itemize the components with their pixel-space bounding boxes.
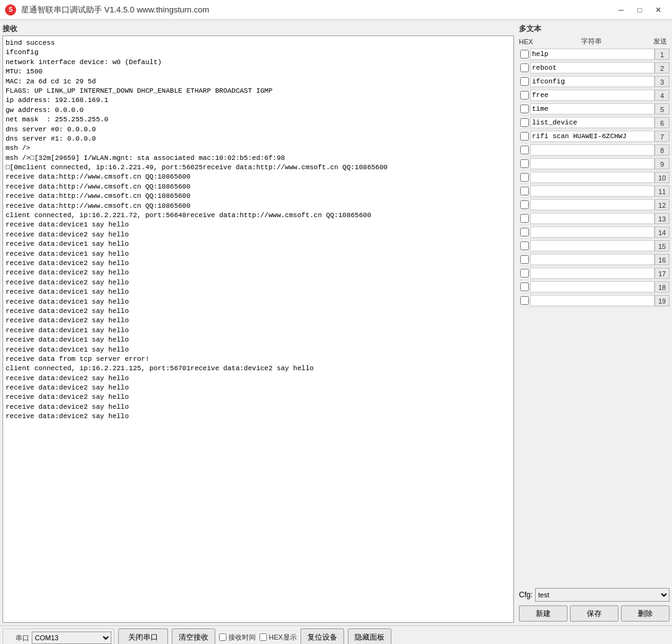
mt-row-send-btn-15[interactable]: 15 [655, 240, 670, 251]
mt-row-check-13[interactable] [520, 214, 529, 223]
recv-time-check-label: 接收时间 [219, 633, 256, 642]
mt-row-send-btn-10[interactable]: 10 [655, 172, 670, 183]
mt-row-input-11[interactable] [530, 185, 655, 197]
mt-row-check-19[interactable] [520, 296, 529, 305]
port-section: 串口 COM13 波特率 115200 9600 19200 38400 576… [2, 628, 114, 644]
minimize-button[interactable]: ─ [612, 4, 630, 16]
mt-row-check-17[interactable] [520, 269, 529, 278]
mt-row-input-4[interactable] [530, 90, 655, 101]
mt-row-send-btn-8[interactable]: 8 [655, 144, 670, 156]
mt-row-send-btn-3[interactable]: 3 [655, 76, 670, 87]
mt-row-send-btn-5[interactable]: 5 [655, 103, 670, 114]
mt-row-check-16[interactable] [520, 255, 529, 264]
mt-row-send-btn-9[interactable]: 9 [655, 158, 670, 169]
hide-panel-button[interactable]: 隐藏面板 [348, 628, 391, 644]
multitext-row-1: 1 [519, 47, 670, 61]
mt-row-check-4[interactable] [520, 91, 529, 100]
multitext-row-11: 11 [519, 184, 670, 198]
multitext-row-2: 2 [519, 61, 670, 75]
multitext-row-12: 12 [519, 198, 670, 212]
multitext-row-17: 17 [519, 266, 670, 280]
mt-row-input-6[interactable] [530, 117, 655, 128]
mt-row-input-12[interactable] [530, 199, 655, 210]
mt-row-input-10[interactable] [530, 172, 655, 183]
mt-row-check-8[interactable] [520, 146, 529, 154]
mt-row-check-15[interactable] [520, 241, 529, 250]
hex-display-checkbox[interactable] [259, 633, 267, 641]
multitext-row-18: 18 [519, 280, 670, 294]
mt-row-send-btn-13[interactable]: 13 [655, 213, 670, 224]
mt-row-input-18[interactable] [530, 281, 655, 292]
mt-row-input-8[interactable] [530, 144, 655, 156]
mt-row-check-3[interactable] [520, 77, 529, 86]
mt-row-send-btn-2[interactable]: 2 [655, 62, 670, 73]
mt-row-input-3[interactable] [530, 76, 655, 87]
mt-row-check-1[interactable] [520, 50, 529, 58]
mt-row-send-btn-16[interactable]: 16 [655, 254, 670, 265]
mt-row-send-btn-17[interactable]: 17 [655, 268, 670, 279]
reset-device-button[interactable]: 复位设备 [301, 628, 344, 644]
maximize-button[interactable]: □ [631, 4, 648, 16]
multitext-label: 多文本 [519, 22, 670, 35]
clear-recv-button[interactable]: 清空接收 [172, 628, 215, 644]
mt-row-input-7[interactable] [530, 131, 655, 142]
mt-row-input-17[interactable] [530, 268, 655, 279]
app-icon: S [5, 4, 16, 16]
mt-row-send-btn-4[interactable]: 4 [655, 90, 670, 101]
multitext-row-4: 4 [519, 88, 670, 102]
multitext-row-10: 10 [519, 170, 670, 184]
cfg-buttons: 新建 保存 删除 [519, 604, 670, 623]
close-button[interactable]: ✕ [650, 4, 667, 16]
delete-cfg-button[interactable]: 删除 [621, 605, 670, 622]
multitext-row-15: 15 [519, 239, 670, 253]
mt-row-check-2[interactable] [520, 63, 529, 72]
mt-row-input-14[interactable] [530, 226, 655, 238]
mt-row-send-btn-12[interactable]: 12 [655, 199, 670, 210]
mt-row-input-1[interactable] [530, 49, 655, 60]
bottom-right: 关闭串口 清空接收 接收时间 HEX显示 复位设备 隐藏面板 保存接收 [118, 628, 670, 644]
mt-row-check-10[interactable] [520, 173, 529, 182]
mt-row-check-9[interactable] [520, 159, 529, 168]
mt-row-input-16[interactable] [530, 254, 655, 265]
mt-row-send-btn-18[interactable]: 18 [655, 281, 670, 292]
port-label: 串口 [6, 633, 29, 643]
mt-row-input-15[interactable] [530, 240, 655, 251]
mt-row-check-7[interactable] [520, 132, 529, 141]
multitext-row-6: 6 [519, 116, 670, 129]
save-cfg-button[interactable]: 保存 [570, 605, 618, 622]
mt-row-check-12[interactable] [520, 200, 529, 209]
multitext-header: HEX 字符串 发送 [519, 35, 670, 47]
left-panel: 接收 bind success ifconfig network interfa… [0, 20, 516, 625]
app-title: 星通智联串口调试助手 V1.4.5.0 www.thingsturn.com [21, 4, 209, 16]
mt-row-input-5[interactable] [530, 103, 655, 114]
mt-row-check-6[interactable] [520, 118, 529, 127]
receive-area[interactable]: bind success ifconfig network interface … [2, 35, 514, 623]
mt-row-input-19[interactable] [530, 295, 655, 306]
mt-row-input-9[interactable] [530, 158, 655, 169]
recv-time-checkbox[interactable] [219, 633, 226, 641]
mt-row-check-5[interactable] [520, 105, 529, 113]
mt-row-input-13[interactable] [530, 213, 655, 224]
mt-row-send-btn-11[interactable]: 11 [655, 185, 670, 197]
mt-row-send-btn-1[interactable]: 1 [655, 49, 670, 60]
recv-time-label: 接收时间 [228, 633, 256, 642]
bottom-controls: 串口 COM13 波特率 115200 9600 19200 38400 576… [0, 625, 672, 644]
mt-row-input-2[interactable] [530, 62, 655, 73]
str-col-header: 字符串 [533, 37, 650, 46]
mt-row-send-btn-7[interactable]: 7 [655, 131, 670, 142]
bottom-wrapper: 串口 COM13 波特率 115200 9600 19200 38400 576… [2, 628, 670, 644]
mt-row-check-18[interactable] [520, 282, 529, 291]
new-cfg-button[interactable]: 新建 [519, 605, 567, 622]
hex-display-check-label: HEX显示 [259, 633, 297, 642]
mt-row-check-14[interactable] [520, 228, 529, 236]
mt-row-send-btn-6[interactable]: 6 [655, 117, 670, 128]
multitext-row-7: 7 [519, 129, 670, 143]
port-select[interactable]: COM13 [32, 632, 111, 644]
mt-row-send-btn-14[interactable]: 14 [655, 226, 670, 238]
cfg-select[interactable]: test default [535, 588, 670, 602]
open-close-port-button[interactable]: 关闭串口 [118, 628, 168, 644]
multitext-row-13: 13 [519, 212, 670, 225]
multitext-row-5: 5 [519, 102, 670, 116]
mt-row-check-11[interactable] [520, 187, 529, 195]
mt-row-send-btn-19[interactable]: 19 [655, 295, 670, 306]
